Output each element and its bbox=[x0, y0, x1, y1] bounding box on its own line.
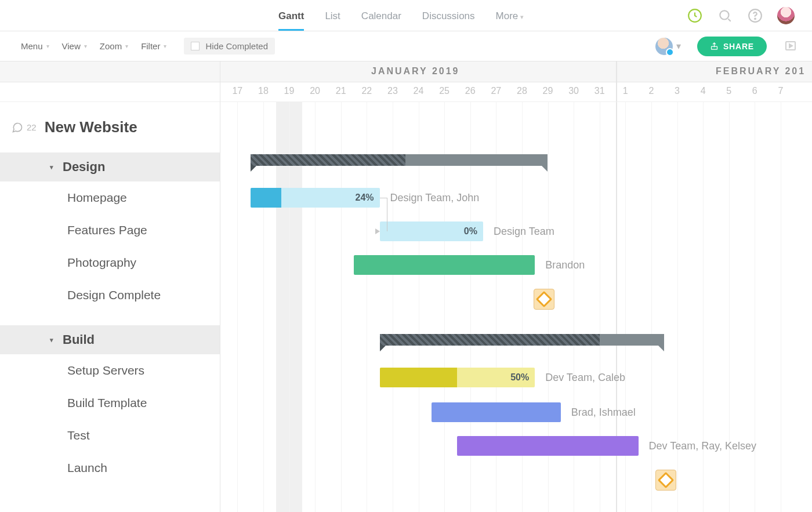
assignee-label: Dev Team, Ray, Kelsey bbox=[649, 440, 756, 452]
day-header: 1718192021222324252627282930311234567 bbox=[220, 82, 812, 102]
day-label: 17 bbox=[224, 86, 251, 96]
avatar[interactable] bbox=[777, 7, 795, 24]
day-label: 30 bbox=[561, 86, 587, 96]
clock-icon[interactable] bbox=[687, 8, 703, 24]
gantt-timeline[interactable]: JANUARY 2019 FEBRUARY 201 17181920212223… bbox=[220, 61, 812, 512]
milestone-marker[interactable] bbox=[655, 470, 676, 491]
day-label: 20 bbox=[302, 86, 328, 96]
group-header-design[interactable]: ▾ Design bbox=[0, 152, 220, 181]
tab-discussions[interactable]: Discussions bbox=[422, 1, 475, 30]
task-bar[interactable]: 24% bbox=[251, 188, 380, 208]
summary-bar[interactable] bbox=[251, 154, 548, 166]
tab-calendar[interactable]: Calendar bbox=[361, 1, 401, 30]
day-label: 22 bbox=[354, 86, 380, 96]
chevron-down-icon: ▾ bbox=[84, 43, 87, 49]
day-label: 24 bbox=[405, 86, 432, 96]
milestone-marker[interactable] bbox=[534, 289, 554, 310]
day-label: 31 bbox=[586, 86, 612, 96]
day-label: 4 bbox=[690, 86, 716, 96]
day-label: 7 bbox=[768, 86, 794, 96]
day-label: 18 bbox=[251, 86, 277, 96]
avatar bbox=[655, 38, 673, 55]
toolbar: Menu▾ View▾ Zoom▾ Filter▾ Hide Completed… bbox=[0, 31, 812, 61]
share-button[interactable]: SHARE bbox=[697, 37, 767, 56]
progress-percent: 50% bbox=[510, 372, 529, 383]
task-row[interactable]: Features Page bbox=[0, 214, 220, 246]
task-bar[interactable] bbox=[432, 402, 561, 422]
progress-percent: 24% bbox=[356, 193, 374, 203]
month-header: JANUARY 2019 FEBRUARY 201 bbox=[220, 61, 812, 82]
top-tab-bar: Gantt List Calendar Discussions More▾ bbox=[0, 0, 812, 31]
day-label: 5 bbox=[716, 86, 742, 96]
zoom-dropdown[interactable]: Zoom▾ bbox=[96, 39, 132, 53]
progress-percent: 0% bbox=[464, 226, 477, 237]
task-row[interactable]: Setup Servers bbox=[0, 354, 220, 387]
tab-more[interactable]: More▾ bbox=[496, 1, 524, 30]
triangle-down-icon: ▾ bbox=[50, 164, 53, 171]
day-label: 23 bbox=[380, 86, 406, 96]
task-sidebar: 22 New Website ▾ Design Homepage Feature… bbox=[0, 61, 220, 512]
summary-bar[interactable] bbox=[380, 334, 665, 346]
task-bar[interactable]: 50% bbox=[380, 368, 535, 387]
day-label: 25 bbox=[432, 86, 458, 96]
task-bar[interactable] bbox=[457, 436, 638, 456]
day-label: 27 bbox=[483, 86, 509, 96]
assignee-filter-dropdown[interactable]: ▾ bbox=[655, 38, 681, 55]
day-label: 26 bbox=[457, 86, 483, 96]
chevron-down-icon: ▾ bbox=[520, 13, 524, 20]
chevron-down-icon: ▾ bbox=[46, 43, 49, 49]
view-dropdown[interactable]: View▾ bbox=[59, 39, 90, 53]
task-row[interactable]: Photography bbox=[0, 246, 220, 279]
hide-completed-toggle[interactable]: Hide Completed bbox=[184, 38, 275, 55]
checkbox-icon bbox=[191, 42, 200, 50]
task-row[interactable]: Design Complete bbox=[0, 279, 220, 311]
task-row[interactable]: Test bbox=[0, 419, 220, 452]
search-icon[interactable] bbox=[717, 8, 733, 24]
assignee-label: Design Team bbox=[494, 226, 554, 238]
view-tabs: Gantt List Calendar Discussions More▾ bbox=[278, 1, 524, 30]
day-label: 28 bbox=[509, 86, 535, 96]
assignee-label: Brandon bbox=[545, 259, 585, 271]
comments-indicator[interactable]: 22 bbox=[12, 122, 37, 133]
share-icon bbox=[710, 42, 719, 50]
chevron-down-icon: ▾ bbox=[125, 43, 128, 49]
day-label: 6 bbox=[742, 86, 768, 96]
project-title: New Website bbox=[45, 118, 137, 136]
day-label: 2 bbox=[639, 86, 665, 96]
day-label: 29 bbox=[535, 86, 561, 96]
tab-gantt[interactable]: Gantt bbox=[278, 1, 304, 30]
day-label: 1 bbox=[612, 86, 639, 96]
svg-point-3 bbox=[755, 18, 756, 19]
menu-dropdown[interactable]: Menu▾ bbox=[17, 39, 53, 53]
tab-list[interactable]: List bbox=[325, 1, 340, 30]
month-label: JANUARY 2019 bbox=[371, 66, 460, 77]
triangle-down-icon: ▾ bbox=[50, 336, 53, 344]
day-label: 21 bbox=[328, 86, 354, 96]
group-header-build[interactable]: ▾ Build bbox=[0, 325, 220, 354]
presentation-icon[interactable] bbox=[783, 39, 798, 54]
assignee-label: Design Team, John bbox=[390, 192, 480, 204]
day-label: 19 bbox=[276, 86, 302, 96]
assignee-label: Dev Team, Caleb bbox=[545, 372, 625, 384]
task-row[interactable]: Launch bbox=[0, 452, 220, 484]
month-label: FEBRUARY 201 bbox=[716, 66, 806, 77]
task-row[interactable]: Build Template bbox=[0, 387, 220, 419]
chevron-down-icon: ▾ bbox=[164, 43, 166, 49]
task-bar[interactable] bbox=[354, 255, 535, 275]
comment-icon bbox=[12, 122, 23, 133]
task-bar[interactable]: 0% bbox=[380, 221, 483, 241]
svg-point-1 bbox=[720, 10, 728, 19]
task-row[interactable]: Homepage bbox=[0, 181, 220, 214]
dependency-arrow-icon bbox=[375, 228, 380, 234]
day-label: 3 bbox=[664, 86, 690, 96]
chevron-down-icon: ▾ bbox=[676, 41, 681, 52]
help-icon[interactable] bbox=[747, 8, 763, 24]
assignee-label: Brad, Ishmael bbox=[571, 406, 636, 419]
project-title-row[interactable]: 22 New Website bbox=[0, 102, 220, 152]
filter-dropdown[interactable]: Filter▾ bbox=[137, 39, 170, 53]
